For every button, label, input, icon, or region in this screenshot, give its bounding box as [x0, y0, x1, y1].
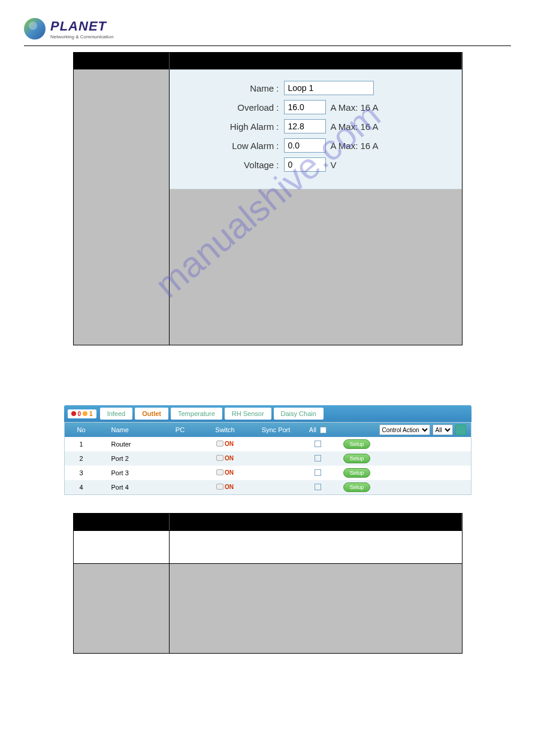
outlet-section: 0 1 Infeed Outlet Temperature RH Sensor … [64, 405, 471, 495]
col-pc: PC [159, 426, 201, 433]
outlet-table: No Name PC Switch Sync Port All Control … [64, 422, 471, 495]
switch-icon[interactable] [216, 469, 223, 475]
setup-button[interactable]: Setup [343, 482, 371, 492]
cell-all [303, 484, 333, 491]
cell-no: 2 [69, 455, 93, 462]
status-count-red: 0 [78, 411, 81, 417]
tab-temperature[interactable]: Temperature [171, 408, 222, 420]
settings-table: Name : Overload : A Max: 16 A High Alarm… [73, 52, 463, 345]
name-label: Name : [182, 83, 284, 93]
all-label: All [309, 426, 316, 433]
tab-bar: 0 1 Infeed Outlet Temperature RH Sensor … [64, 405, 471, 422]
switch-icon[interactable] [216, 441, 223, 447]
switch-icon[interactable] [216, 455, 223, 461]
high-alarm-suffix: A Max: 16 A [331, 122, 379, 132]
loop-form: Name : Overload : A Max: 16 A High Alarm… [170, 69, 462, 189]
table-row [74, 530, 462, 563]
low-alarm-suffix: A Max: 16 A [331, 141, 379, 151]
alert-red-icon [71, 411, 76, 416]
table-row: 2 Port 2 ON Setup [65, 451, 471, 466]
row-checkbox[interactable] [315, 441, 321, 447]
control-action-group: Control Action All [379, 424, 466, 435]
row-checkbox[interactable] [315, 484, 321, 490]
low-alarm-input[interactable] [284, 138, 326, 153]
tab-infeed[interactable]: Infeed [100, 408, 133, 420]
cell-switch: ON [201, 484, 249, 491]
cell-name: Port 3 [93, 469, 159, 476]
tab-rh-sensor[interactable]: RH Sensor [225, 408, 271, 420]
cell-name: Port 4 [93, 484, 159, 491]
table-row [74, 563, 462, 653]
voltage-label: Voltage : [182, 160, 284, 170]
switch-state: ON [225, 469, 234, 476]
row-checkbox[interactable] [315, 469, 321, 476]
tab-daisy-chain[interactable]: Daisy Chain [274, 408, 324, 420]
alert-yellow-icon [83, 411, 87, 416]
high-alarm-label: High Alarm : [182, 122, 284, 132]
table-row: 3 Port 3 ON Setup [65, 466, 471, 480]
switch-state: ON [225, 484, 234, 490]
divider [24, 45, 511, 46]
setup-button[interactable]: Setup [343, 454, 371, 463]
switch-state: ON [225, 455, 234, 462]
high-alarm-input[interactable] [284, 119, 326, 133]
switch-icon[interactable] [216, 484, 223, 490]
cell-name: Router [93, 441, 159, 448]
right-pane: Name : Overload : A Max: 16 A High Alarm… [170, 69, 462, 345]
table-row: 4 Port 4 ON Setup [65, 480, 471, 494]
name-input[interactable] [284, 81, 374, 95]
switch-state: ON [225, 441, 234, 447]
status-indicator: 0 1 [68, 409, 96, 418]
col-no: No [69, 426, 93, 433]
cell-switch: ON [201, 441, 249, 448]
cell-no: 4 [69, 484, 93, 491]
col-all: All [303, 426, 333, 434]
page-header: PLANET Networking & Communication [24, 18, 511, 40]
cell-all [303, 455, 333, 463]
table-header [74, 53, 462, 69]
overload-label: Overload : [182, 102, 284, 113]
control-action-select[interactable]: Control Action [379, 424, 430, 435]
globe-icon [24, 18, 46, 40]
overload-suffix: A Max: 16 A [331, 102, 379, 113]
left-pane [74, 69, 170, 345]
cell-all [303, 469, 333, 477]
cell-name: Port 2 [93, 455, 159, 462]
table-row: 1 Router ON Setup [65, 437, 471, 451]
low-alarm-label: Low Alarm : [182, 141, 284, 151]
cell-no: 1 [69, 441, 93, 448]
voltage-input[interactable] [284, 157, 326, 172]
outlet-table-header: No Name PC Switch Sync Port All Control … [65, 423, 471, 437]
col-sync: Sync Port [249, 426, 303, 433]
status-count-yellow: 1 [89, 411, 93, 417]
brand-name: PLANET [50, 19, 113, 34]
cell-no: 3 [69, 469, 93, 476]
brand-tagline: Networking & Communication [50, 34, 113, 40]
col-switch: Switch [201, 426, 249, 433]
table-header [74, 514, 462, 530]
setup-button[interactable]: Setup [343, 468, 371, 478]
description-table [73, 513, 463, 654]
overload-input[interactable] [284, 100, 326, 114]
control-target-select[interactable]: All [433, 424, 453, 435]
cell-all [303, 441, 333, 448]
brand-logo: PLANET Networking & Communication [24, 18, 113, 40]
row-checkbox[interactable] [315, 455, 321, 462]
cell-switch: ON [201, 455, 249, 463]
go-button[interactable] [455, 424, 466, 435]
all-checkbox[interactable] [320, 427, 327, 433]
cell-switch: ON [201, 469, 249, 477]
setup-button[interactable]: Setup [343, 439, 371, 449]
tab-outlet[interactable]: Outlet [135, 408, 168, 420]
col-name: Name [93, 426, 159, 433]
voltage-suffix: V [331, 160, 337, 170]
